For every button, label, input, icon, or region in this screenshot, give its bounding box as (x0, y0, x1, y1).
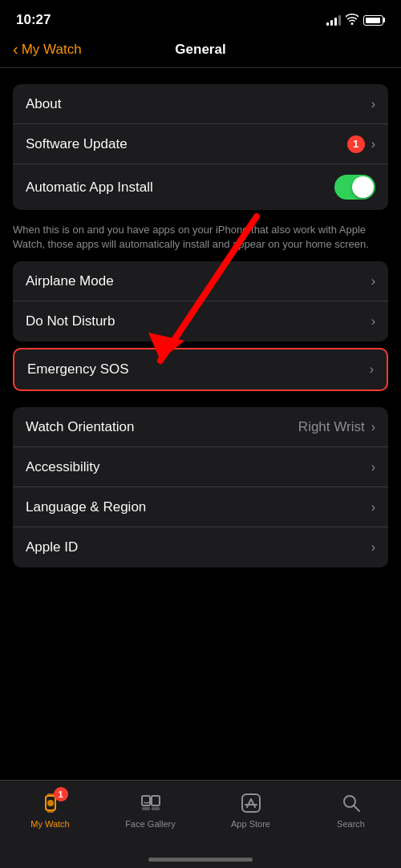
settings-section-top: About › Software Update 1 › Automatic Ap… (0, 84, 401, 567)
svg-rect-7 (152, 796, 160, 805)
back-label: My Watch (22, 42, 82, 58)
nav-header: ‹ My Watch General (0, 35, 401, 68)
svg-point-5 (47, 800, 54, 806)
my-watch-tab-badge: 1 (54, 787, 68, 801)
tab-bar: 1 My Watch Face Gallery App Store (0, 780, 401, 868)
tab-app-store[interactable]: App Store (200, 787, 301, 829)
row-label-software-update: Software Update (26, 136, 128, 152)
settings-row-airplane-mode[interactable]: Airplane Mode › (13, 261, 388, 301)
chevron-right-icon: › (371, 137, 375, 151)
svg-rect-9 (152, 807, 160, 810)
settings-row-accessibility[interactable]: Accessibility › (13, 447, 388, 487)
row-label-accessibility: Accessibility (26, 459, 100, 475)
row-label-auto-install: Automatic App Install (26, 180, 153, 196)
watch-orientation-value: Right Wrist (298, 419, 365, 435)
auto-install-description: When this is on and you have apps on you… (0, 216, 401, 261)
face-gallery-icon (139, 791, 163, 815)
auto-install-toggle[interactable] (334, 175, 375, 200)
svg-rect-6 (142, 796, 150, 805)
settings-row-emergency-sos[interactable]: Emergency SOS › (14, 349, 387, 390)
row-label-apple-id: Apple ID (26, 539, 78, 555)
settings-row-auto-install[interactable]: Automatic App Install (13, 164, 388, 210)
status-time: 10:27 (16, 12, 51, 28)
tab-label-app-store: App Store (231, 819, 270, 829)
row-label-watch-orientation: Watch Orientation (26, 419, 134, 435)
tab-my-watch[interactable]: 1 My Watch (0, 787, 100, 829)
status-icons (326, 14, 385, 27)
software-update-badge: 1 (347, 135, 365, 153)
settings-row-watch-orientation[interactable]: Watch Orientation Right Wrist › (13, 407, 388, 447)
settings-group-bottom: Watch Orientation Right Wrist › Accessib… (13, 407, 388, 567)
row-label-do-not-disturb: Do Not Disturb (26, 313, 115, 329)
settings-row-apple-id[interactable]: Apple ID › (13, 527, 388, 567)
settings-row-about[interactable]: About › (13, 84, 388, 124)
chevron-right-icon: › (371, 540, 375, 555)
svg-line-12 (354, 805, 359, 811)
app-store-icon (239, 791, 263, 815)
tab-label-my-watch: My Watch (30, 819, 70, 829)
svg-rect-10 (242, 794, 260, 812)
svg-rect-3 (47, 793, 54, 797)
chevron-right-icon: › (371, 97, 375, 111)
home-indicator (148, 858, 253, 862)
back-chevron-icon: ‹ (13, 40, 18, 59)
svg-rect-4 (47, 809, 54, 813)
row-label-emergency-sos: Emergency SOS (27, 361, 129, 377)
settings-row-language-region[interactable]: Language & Region › (13, 487, 388, 527)
chevron-right-icon: › (371, 274, 375, 289)
row-label-about: About (26, 96, 61, 112)
status-bar: 10:27 (0, 0, 401, 35)
chevron-right-icon: › (370, 362, 374, 377)
settings-row-software-update[interactable]: Software Update 1 › (13, 124, 388, 164)
tab-label-search: Search (337, 819, 365, 829)
chevron-right-icon: › (371, 420, 375, 434)
wifi-icon (346, 14, 358, 27)
chevron-right-icon: › (371, 314, 375, 329)
settings-row-do-not-disturb[interactable]: Do Not Disturb › (13, 301, 388, 341)
svg-rect-8 (142, 807, 150, 810)
tab-label-face-gallery: Face Gallery (125, 819, 175, 829)
settings-group-emergency: Emergency SOS › (13, 348, 388, 391)
chevron-right-icon: › (371, 500, 375, 515)
chevron-right-icon: › (371, 460, 375, 474)
tab-search[interactable]: Search (301, 787, 401, 829)
row-label-language-region: Language & Region (26, 499, 146, 515)
back-button[interactable]: ‹ My Watch (13, 41, 82, 59)
signal-icon (326, 14, 341, 26)
search-tab-icon (339, 791, 363, 815)
settings-group-middle: Airplane Mode › Do Not Disturb › (13, 261, 388, 341)
battery-icon (363, 15, 385, 26)
row-label-airplane-mode: Airplane Mode (26, 273, 114, 289)
page-title: General (175, 42, 225, 58)
settings-group-top: About › Software Update 1 › Automatic Ap… (13, 84, 388, 210)
content-area: About › Software Update 1 › Automatic Ap… (0, 68, 401, 813)
tab-face-gallery[interactable]: Face Gallery (100, 787, 200, 829)
